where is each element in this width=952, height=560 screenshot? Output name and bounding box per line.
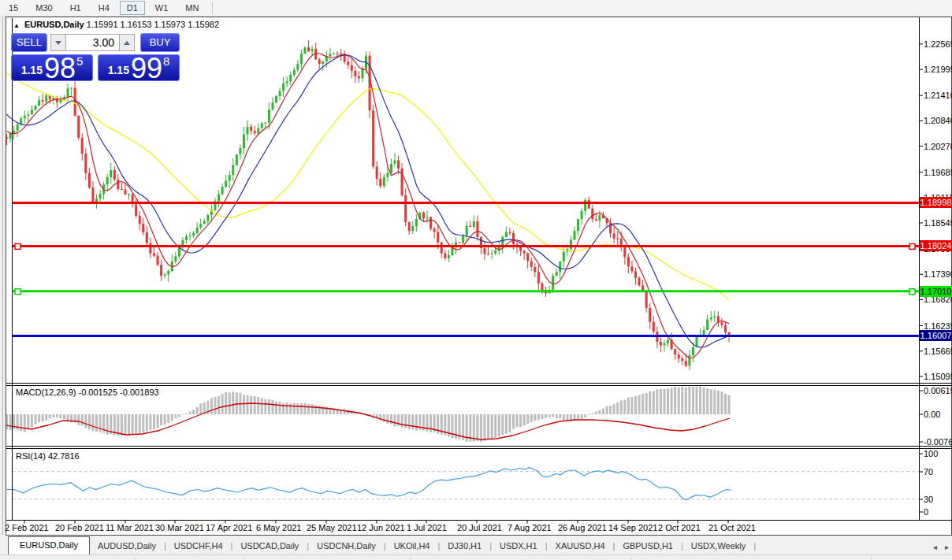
statusbar-separator [410,555,411,560]
arrow-down-icon [55,41,61,45]
price-tick-label: 1.21995 [924,65,952,74]
chart-tab-USDX,Weekly[interactable]: USDX,Weekly [683,538,753,554]
sell-price-display[interactable]: 1.15 98 5 [11,54,93,81]
statusbar-separator [134,555,135,560]
chart-tab-USDX,H1[interactable]: USDX,H1 [492,538,545,554]
bid-price-sup: 5 [76,54,83,68]
chart-tab-UKOil,H4[interactable]: UKOil,H4 [386,538,438,554]
ask-price-sup: 8 [163,54,169,68]
date-tick-label: 20 Feb 2021 [55,523,104,532]
date-tick-label: 26 Aug 2021 [558,523,607,532]
timeframe-button-MN[interactable]: MN [178,1,206,15]
timeframe-button-15[interactable]: 15 [2,1,25,15]
bid-price-big: 98 [44,57,76,80]
price-tick-label: 1.19685 [924,168,952,177]
price-tick-label: 1.20270 [924,142,952,151]
macd-tick-label: -0.00762 [924,437,952,447]
chart-title: ▲EURUSD,Daily 1.15991 1.16153 1.15973 1.… [13,20,219,29]
chart-tab-XAUUSD,H4[interactable]: XAUUSD,H4 [548,538,613,554]
price-tick-label: 1.15665 [924,347,952,356]
statusbar-separator [244,555,245,560]
time-scale[interactable]: 2 Feb 202120 Feb 202111 Mar 202130 Mar 2… [6,522,919,535]
statusbar-separator [630,555,631,560]
statusbar-separator [871,555,872,560]
tab-separator: | [753,541,756,554]
toolbar-separator [212,2,213,14]
collapse-panel-icon[interactable]: ▲ [13,22,20,29]
chart-tab-USDCNH,Daily[interactable]: USDCNH,Daily [309,538,384,554]
volume-input[interactable] [66,34,119,51]
sell-button[interactable]: SELL [11,33,47,52]
price-scale[interactable]: 1.225651.219951.214101.208401.202701.196… [923,17,952,521]
date-tick-label: 2 Oct 2021 [658,523,701,532]
chart-tab-USDCAD,Daily[interactable]: USDCAD,Daily [232,538,307,554]
date-tick-label: 20 Jul 2021 [457,523,502,532]
timeframe-button-M30[interactable]: M30 [28,1,59,15]
chart-symbol-period: EURUSD,Daily [24,20,84,29]
rsi-indicator-label: RSI(14) 42.7816 [16,451,80,461]
price-tick-label: 1.17390 [924,269,952,279]
date-tick-label: 2 Feb 2021 [5,523,49,532]
arrow-up-icon [124,41,130,45]
volume-increase-button[interactable] [119,34,135,51]
date-tick-label: 7 Aug 2021 [508,523,552,532]
timeframe-button-H4[interactable]: H4 [91,1,117,15]
chart-tab-EURUSD,Daily[interactable]: EURUSD,Daily [8,536,90,554]
timeframe-button-D1[interactable]: D1 [120,1,145,15]
chart-tab-GBPUSD,H1[interactable]: GBPUSD,H1 [615,538,681,554]
price-tick-label: 1.22565 [924,39,952,49]
date-tick-label: 30 Mar 2021 [155,523,204,532]
chart-tab-AUDUSD,Daily[interactable]: AUDUSD,Daily [90,538,164,554]
date-tick-label: 6 May 2021 [256,523,301,532]
chart-tab-bar: EURUSD,DailyAUDUSD,Daily|USDCHF,H4|USDCA… [0,536,952,554]
tab-scroll-right-icon[interactable]: ▸ [945,543,949,551]
price-tick-label: 1.18545 [924,218,952,228]
timeframe-button-H1[interactable]: H1 [63,1,88,15]
mt4-screen: 15M30H1H4D1W1MN ▲EURUSD,Daily 1.15991 1.… [0,0,952,560]
price-tick-label: 1.15095 [924,372,952,381]
date-tick-label: 12 Jun 2021 [357,523,405,532]
bid-price-prefix: 1.15 [21,64,43,76]
macd-tick-label: 0.006193 [924,386,952,395]
status-bar [0,554,952,560]
date-tick-label: 11 Mar 2021 [106,523,154,532]
macd-indicator-label: MACD(12,26,9) -0.001525 -0.001893 [16,388,159,397]
date-tick-label: 25 May 2021 [307,523,357,532]
price-badge-1.17010: 1.17010 [920,286,952,297]
ask-price-prefix: 1.15 [108,64,129,76]
price-badge-1.16007: 1.16007 [920,330,952,341]
chart-window [6,17,952,536]
date-tick-label: 1 Jul 2021 [407,523,447,532]
buy-button[interactable]: BUY [140,33,180,52]
rsi-tick-label: 30 [924,495,933,504]
date-tick-label: 14 Sep 2021 [608,523,657,532]
price-badge-1.18024: 1.18024 [920,240,952,251]
tab-scroll-controls: ◂▸ [933,543,949,551]
tab-scroll-left-icon[interactable]: ◂ [933,543,937,551]
buy-price-display[interactable]: 1.15 99 8 [98,54,180,81]
rsi-tick-label: 100 [924,449,938,458]
price-tick-label: 1.16235 [924,321,952,331]
volume-decrease-button[interactable] [50,34,66,51]
rsi-tick-label: 0 [924,507,928,517]
one-click-trading-panel: SELL BUY 1.15 98 5 1.15 99 8 [11,33,180,81]
window-frame-line [2,17,3,535]
ask-price-big: 99 [131,57,162,80]
price-tick-label: 1.21410 [924,91,952,100]
price-badge-1.18998: 1.18998 [920,197,952,208]
chart-ohlc-values: 1.15991 1.16153 1.15973 1.15982 [87,20,219,29]
macd-tick-label: 0.00 [924,410,940,419]
date-tick-label: 17 Apr 2021 [206,523,252,532]
price-tick-label: 1.20840 [924,116,952,125]
chart-tab-USDCHF,H4[interactable]: USDCHF,H4 [166,538,231,554]
date-tick-label: 21 Oct 2021 [708,523,756,532]
timeframe-toolbar: 15M30H1H4D1W1MN [0,0,952,17]
rsi-tick-label: 70 [924,467,933,477]
chart-tab-DJ30,H1[interactable]: DJ30,H1 [440,538,489,554]
timeframe-button-W1[interactable]: W1 [148,1,176,15]
